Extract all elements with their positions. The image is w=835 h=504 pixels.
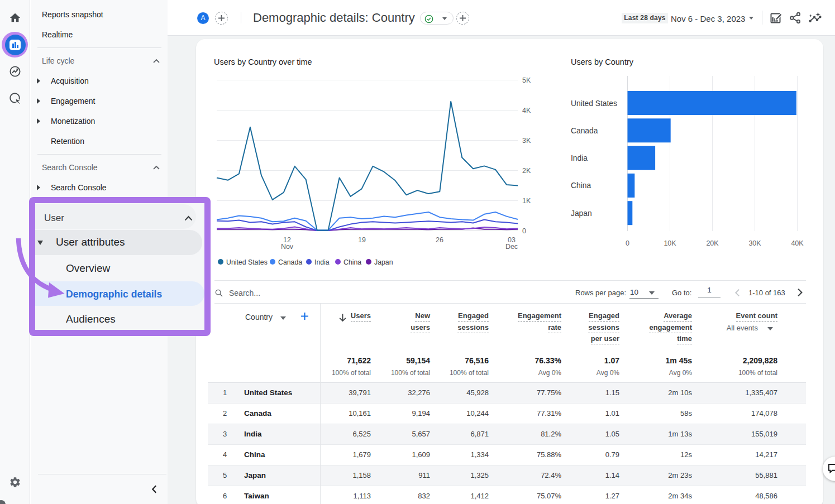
svg-text:China: China: [571, 181, 591, 190]
svg-text:19: 19: [358, 236, 366, 244]
svg-text:26: 26: [436, 236, 443, 244]
svg-text:Japan: Japan: [571, 209, 592, 218]
svg-text:United States: United States: [571, 99, 617, 108]
svg-text:Canada: Canada: [278, 258, 302, 266]
svg-text:India: India: [571, 154, 588, 162]
svg-text:5K: 5K: [522, 76, 531, 84]
svg-text:0: 0: [522, 227, 526, 235]
svg-text:Canada: Canada: [571, 127, 598, 135]
svg-text:India: India: [314, 258, 330, 266]
svg-text:40K: 40K: [791, 239, 804, 247]
svg-text:1K: 1K: [522, 197, 531, 205]
svg-text:Japan: Japan: [374, 258, 393, 266]
svg-text:20K: 20K: [706, 239, 719, 247]
svg-text:0: 0: [626, 239, 629, 247]
svg-text:4K: 4K: [522, 107, 531, 114]
svg-text:Nov: Nov: [281, 243, 294, 251]
svg-text:10K: 10K: [664, 239, 676, 247]
svg-text:Dec: Dec: [505, 243, 518, 251]
svg-text:3K: 3K: [522, 137, 531, 145]
svg-text:30K: 30K: [748, 239, 761, 247]
svg-text:China: China: [343, 258, 361, 266]
svg-text:2K: 2K: [522, 167, 531, 175]
svg-text:United States: United States: [226, 258, 268, 266]
